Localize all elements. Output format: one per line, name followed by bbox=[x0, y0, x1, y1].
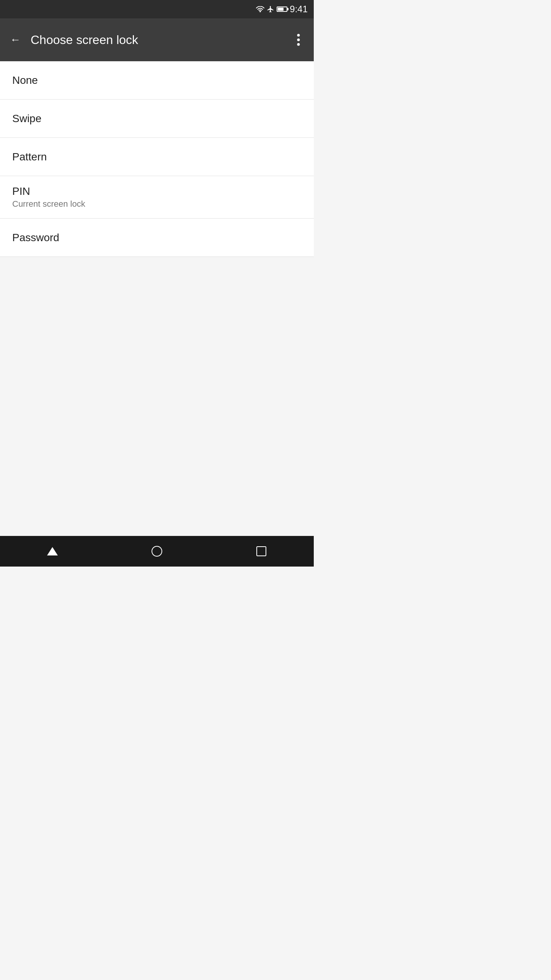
list-item-password[interactable]: Password bbox=[0, 219, 314, 257]
nav-home-button[interactable] bbox=[142, 536, 172, 567]
back-arrow-icon: ← bbox=[10, 34, 21, 46]
status-time: 9:41 bbox=[290, 4, 308, 15]
more-options-button[interactable] bbox=[289, 31, 308, 49]
list-item-password-title: Password bbox=[12, 232, 302, 244]
list-item-pin-title: PIN bbox=[12, 185, 302, 198]
list-item-swipe[interactable]: Swipe bbox=[0, 100, 314, 138]
status-bar-right: 9:41 bbox=[256, 4, 308, 15]
svg-point-2 bbox=[297, 43, 300, 46]
nav-back-button[interactable] bbox=[37, 536, 68, 567]
status-icons: 9:41 bbox=[256, 4, 308, 15]
nav-home-circle-icon bbox=[152, 546, 162, 557]
nav-recents-button[interactable] bbox=[246, 536, 277, 567]
list-item-pin[interactable]: PIN Current screen lock bbox=[0, 176, 314, 219]
app-bar: ← Choose screen lock bbox=[0, 18, 314, 61]
back-button[interactable]: ← bbox=[6, 31, 24, 49]
list-item-none[interactable]: None bbox=[0, 61, 314, 100]
page-title: Choose screen lock bbox=[31, 33, 283, 47]
svg-point-0 bbox=[297, 34, 300, 37]
list-item-pattern[interactable]: Pattern bbox=[0, 138, 314, 176]
nav-recents-square-icon bbox=[256, 546, 266, 556]
svg-point-1 bbox=[297, 39, 300, 41]
battery-fill bbox=[278, 8, 283, 11]
nav-back-triangle-icon bbox=[47, 547, 58, 555]
screen-lock-options-list: None Swipe Pattern PIN Current screen lo… bbox=[0, 61, 314, 257]
list-item-pattern-title: Pattern bbox=[12, 151, 302, 163]
airplane-icon bbox=[267, 5, 274, 13]
list-item-swipe-title: Swipe bbox=[12, 113, 302, 125]
wifi-icon bbox=[256, 6, 264, 12]
status-bar: 9:41 bbox=[0, 0, 314, 18]
battery-icon bbox=[277, 7, 287, 12]
bottom-navigation-bar bbox=[0, 536, 314, 567]
list-item-pin-subtitle: Current screen lock bbox=[12, 199, 302, 209]
list-item-none-title: None bbox=[12, 74, 302, 87]
more-dots-icon bbox=[297, 34, 300, 46]
